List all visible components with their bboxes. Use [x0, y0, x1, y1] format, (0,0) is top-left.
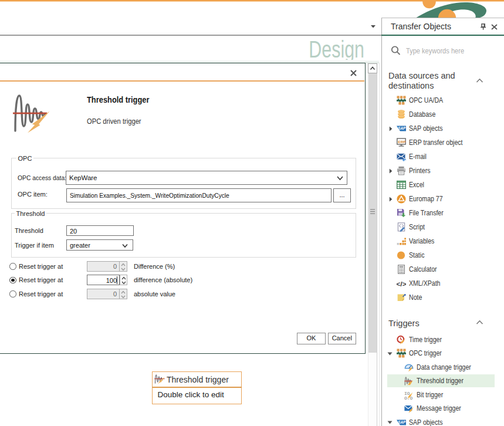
svg-text:ERP: ERP: [398, 140, 406, 144]
svg-text:SAP: SAP: [398, 420, 406, 424]
svg-text:</>: </>: [397, 280, 406, 288]
svg-text:SAP: SAP: [398, 126, 406, 130]
